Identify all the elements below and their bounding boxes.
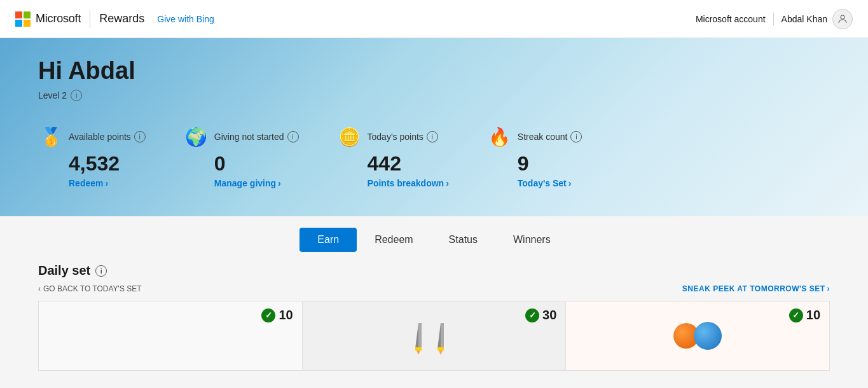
giving-value: 0 (184, 152, 299, 176)
header-divider (90, 10, 90, 28)
svg-marker-2 (418, 323, 422, 349)
stat-available-points-header: 🥇 Available points i (38, 124, 146, 149)
today-points-icon: 🪙 (337, 124, 362, 149)
tab-winners[interactable]: Winners (495, 228, 568, 252)
todays-set-link[interactable]: Today's Set › (487, 178, 582, 188)
stat-today-points-header: 🪙 Today's points i (337, 124, 449, 149)
header: Microsoft Rewards Give with Bing Microso… (0, 0, 868, 38)
daily-set-title: Daily set (38, 263, 90, 278)
card-3-badge: ✓ 10 (789, 308, 820, 322)
stat-available-points: 🥇 Available points i 4,532 Redeem › (38, 124, 146, 188)
user-menu[interactable]: Abdal Khan (782, 9, 853, 29)
svg-marker-6 (441, 323, 444, 349)
daily-nav-row: ‹ GO BACK TO TODAY'S SET SNEAK PEEK AT T… (38, 284, 830, 293)
card-1-points: 10 (279, 308, 293, 322)
level-row: Level 2 i (38, 90, 830, 101)
avatar (832, 9, 853, 29)
streak-icon: 🔥 (487, 124, 513, 149)
stats-row: 🥇 Available points i 4,532 Redeem › 🌍 Gi… (38, 124, 830, 188)
card-2-points: 30 (542, 308, 556, 322)
daily-card-2[interactable]: ✓ 30 (303, 301, 567, 371)
svg-marker-4 (417, 350, 420, 355)
stat-today-points-label: Today's points i (368, 131, 438, 142)
stat-giving: 🌍 Giving not started i 0 Manage giving › (184, 124, 299, 188)
available-points-info-icon[interactable]: i (134, 131, 146, 142)
ms-account-link[interactable]: Microsoft account (696, 14, 766, 24)
card-3-points: 10 (806, 308, 820, 322)
tabs-nav: Earn Redeem Status Winners (0, 216, 868, 252)
go-back-to-today-link[interactable]: ‹ GO BACK TO TODAY'S SET (38, 284, 142, 293)
manage-giving-link[interactable]: Manage giving › (184, 178, 299, 188)
pencil-image (409, 317, 460, 355)
redeem-link[interactable]: Redeem › (38, 178, 146, 188)
card-2-check: ✓ (525, 308, 539, 322)
svg-point-0 (841, 15, 844, 19)
points-breakdown-link[interactable]: Points breakdown › (337, 178, 449, 188)
tab-earn[interactable]: Earn (300, 228, 357, 252)
give-with-bing-link[interactable]: Give with Bing (157, 14, 214, 24)
today-points-value: 442 (337, 152, 449, 176)
hero-section: Hi Abdal Level 2 i 🥇 Available points i … (0, 38, 868, 216)
tab-redeem[interactable]: Redeem (357, 228, 431, 252)
daily-cards-row: ✓ 10 ✓ 30 (38, 301, 830, 371)
streak-value: 9 (487, 152, 582, 176)
rewards-label: Rewards (99, 12, 144, 25)
svg-rect-7 (437, 347, 444, 350)
daily-card-3[interactable]: ✓ 10 (566, 301, 830, 371)
stat-streak-label: Streak count i (518, 131, 582, 142)
daily-set-header: Daily set i (38, 263, 830, 278)
stat-streak: 🔥 Streak count i 9 Today's Set › (487, 124, 582, 188)
blue-ball (694, 322, 722, 350)
daily-set-section: Daily set i ‹ GO BACK TO TODAY'S SET SNE… (0, 252, 868, 377)
today-points-info-icon[interactable]: i (427, 131, 438, 142)
tab-status[interactable]: Status (431, 228, 495, 252)
giving-info-icon[interactable]: i (287, 131, 299, 142)
stat-giving-header: 🌍 Giving not started i (184, 124, 299, 149)
streak-info-icon[interactable]: i (570, 131, 582, 142)
daily-card-1[interactable]: ✓ 10 (38, 301, 303, 371)
giving-icon: 🌍 (184, 124, 209, 149)
card-1-badge: ✓ 10 (261, 308, 293, 322)
level-label: Level 2 (38, 90, 67, 100)
level-info-icon[interactable]: i (71, 90, 82, 101)
svg-rect-3 (415, 347, 422, 350)
stat-streak-header: 🔥 Streak count i (487, 124, 582, 149)
microsoft-label: Microsoft (36, 12, 81, 25)
svg-marker-8 (439, 350, 443, 355)
daily-set-info-icon[interactable]: i (95, 265, 107, 277)
points-icon: 🥇 (38, 124, 64, 149)
header-right-divider (773, 13, 774, 25)
stat-today-points: 🪙 Today's points i 442 Points breakdown … (337, 124, 449, 188)
greeting: Hi Abdal (38, 57, 830, 85)
card-3-check: ✓ (789, 308, 803, 322)
stat-available-points-label: Available points i (69, 131, 146, 142)
sneak-peek-link[interactable]: SNEAK PEEK AT TOMORROW'S SET › (682, 284, 830, 293)
card-1-check: ✓ (261, 308, 275, 322)
header-right: Microsoft account Abdal Khan (696, 9, 853, 29)
user-name: Abdal Khan (782, 14, 827, 24)
microsoft-logo: Microsoft (15, 11, 81, 27)
stat-giving-label: Giving not started i (214, 131, 299, 142)
available-points-value: 4,532 (38, 152, 146, 176)
card-2-badge: ✓ 30 (525, 308, 556, 322)
ms-logo-grid (15, 11, 31, 27)
